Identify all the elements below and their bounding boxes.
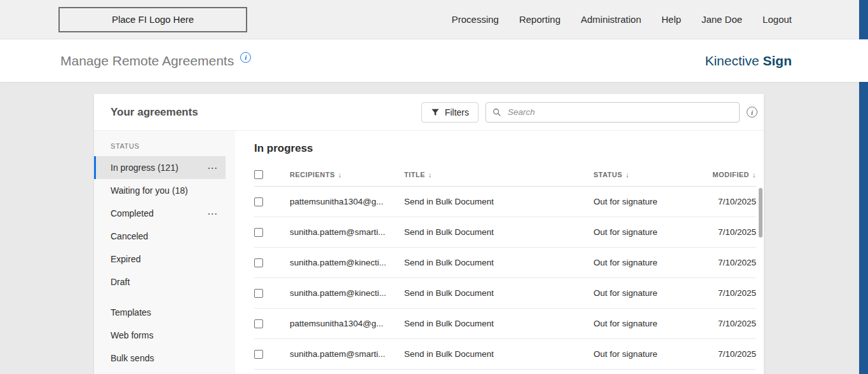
status-sidebar: STATUS In progress (121)···Waiting for y… xyxy=(94,131,235,374)
page-info-icon[interactable]: i xyxy=(240,52,251,63)
sidebar-item-label: Waiting for you (18) xyxy=(111,185,218,196)
card-header: Your agreements Filters xyxy=(94,94,764,130)
cell-recipient: sunitha.pattem@smarti... xyxy=(290,227,404,237)
sidebar-item-label: Canceled xyxy=(111,231,218,241)
card-title: Your agreements xyxy=(111,106,198,119)
sort-arrow-icon: ↓ xyxy=(625,171,629,178)
sidebar-status-list: In progress (121)···Waiting for you (18)… xyxy=(94,156,235,293)
sidebar-extra-list: TemplatesWeb formsBulk sends xyxy=(94,301,235,370)
agreements-card: Your agreements Filters xyxy=(94,94,764,374)
column-header-status[interactable]: STATUS↓ xyxy=(593,171,680,178)
sidebar-item[interactable]: Waiting for you (18) xyxy=(94,179,226,202)
row-checkbox[interactable] xyxy=(254,197,263,206)
top-bar: Place FI Logo Here ProcessingReportingAd… xyxy=(0,0,868,39)
row-checkbox-cell xyxy=(254,228,290,237)
sidebar-item[interactable]: Bulk sends xyxy=(94,347,226,370)
table-row[interactable]: sunitha.pattem@kinecti...Send in Bulk Do… xyxy=(254,278,756,309)
sort-arrow-icon: ↓ xyxy=(338,171,342,178)
sidebar-item[interactable]: Completed··· xyxy=(94,202,226,225)
sidebar-item[interactable]: In progress (121)··· xyxy=(94,156,226,179)
cell-status: Out for signature xyxy=(593,349,680,359)
cell-recipient: pattemsunitha1304@g... xyxy=(290,319,404,328)
page-header: Manage Remote Agreements i Kinective Sig… xyxy=(0,39,868,82)
nav-item-reporting[interactable]: Reporting xyxy=(519,14,560,25)
sidebar-item[interactable]: Templates xyxy=(94,301,226,324)
cell-modified: 7/10/2025 xyxy=(680,319,756,328)
sidebar-item-label: Expired xyxy=(111,254,218,264)
nav-item-processing[interactable]: Processing xyxy=(452,14,499,25)
filters-button[interactable]: Filters xyxy=(421,102,478,123)
filters-button-label: Filters xyxy=(445,107,469,117)
cell-status: Out for signature xyxy=(593,227,680,237)
table-heading: In progress xyxy=(254,142,756,155)
item-overflow-menu-icon[interactable]: ··· xyxy=(204,209,218,218)
cell-title: Send in Bulk Document xyxy=(404,197,593,206)
cell-recipient: sunitha.pattem@kinecti... xyxy=(290,258,404,267)
item-overflow-menu-icon[interactable]: ··· xyxy=(204,163,218,173)
select-all-checkbox[interactable] xyxy=(254,170,263,179)
column-header-label: TITLE xyxy=(404,171,425,178)
sidebar-item[interactable]: Expired xyxy=(94,248,226,270)
nav-item-logout[interactable]: Logout xyxy=(763,14,792,25)
search-input[interactable] xyxy=(506,107,733,117)
nav-item-jane-doe[interactable]: Jane Doe xyxy=(702,14,742,25)
row-checkbox[interactable] xyxy=(254,289,263,298)
brand-name-bold: Sign xyxy=(763,53,792,68)
sidebar-item[interactable]: Canceled xyxy=(94,225,226,248)
cell-title: Send in Bulk Document xyxy=(404,319,593,328)
cell-title: Send in Bulk Document xyxy=(404,227,593,237)
nav-item-administration[interactable]: Administration xyxy=(581,14,641,25)
cell-status: Out for signature xyxy=(593,319,680,328)
cell-recipient: pattemsunitha1304@g... xyxy=(290,197,404,206)
row-checkbox-cell xyxy=(254,289,290,298)
sort-arrow-icon: ↓ xyxy=(752,171,756,178)
sidebar-item-label: Bulk sends xyxy=(111,353,218,363)
sidebar-item-label: Completed xyxy=(111,208,204,218)
fi-logo-placeholder: Place FI Logo Here xyxy=(58,7,247,32)
search-icon xyxy=(492,108,501,117)
page-body: Your agreements Filters xyxy=(0,82,868,374)
row-checkbox[interactable] xyxy=(254,228,263,237)
column-header-recipients[interactable]: RECIPIENTS↓ xyxy=(290,171,404,178)
row-checkbox-cell xyxy=(254,319,290,328)
cell-modified: 7/10/2025 xyxy=(680,258,756,267)
cell-modified: 7/10/2025 xyxy=(680,288,756,298)
sidebar-item[interactable]: Web forms xyxy=(94,324,226,347)
top-navigation: ProcessingReportingAdministrationHelpJan… xyxy=(452,14,868,25)
page-title: Manage Remote Agreements xyxy=(60,53,234,69)
table-scrollbar-thumb[interactable] xyxy=(759,188,763,237)
column-header-modified[interactable]: MODIFIED↓ xyxy=(680,171,756,178)
table-row[interactable]: sunitha.pattem@smarti...Send in Bulk Doc… xyxy=(254,339,756,370)
brand-name-regular: Kinective xyxy=(705,53,759,68)
table-row[interactable]: pattemsunitha1304@g...Send in Bulk Docum… xyxy=(254,187,756,217)
column-header-title[interactable]: TITLE↓ xyxy=(404,171,593,178)
cell-modified: 7/10/2025 xyxy=(680,227,756,237)
cell-recipient: sunitha.pattem@kinecti... xyxy=(290,288,404,298)
row-checkbox-cell xyxy=(254,197,290,206)
sidebar-item[interactable]: Draft xyxy=(94,270,226,293)
brand-logo: Kinective Sign xyxy=(705,53,792,69)
agreements-table-area: In progress RECIPIENTS↓TITLE↓STATUS↓MODI… xyxy=(235,131,764,374)
card-content: STATUS In progress (121)···Waiting for y… xyxy=(94,130,764,374)
row-checkbox[interactable] xyxy=(254,319,263,328)
cell-status: Out for signature xyxy=(593,197,680,206)
fi-logo-text: Place FI Logo Here xyxy=(112,14,194,25)
table-body: pattemsunitha1304@g...Send in Bulk Docum… xyxy=(254,187,756,370)
sidebar-item-label: Web forms xyxy=(111,330,218,340)
table-row[interactable]: sunitha.pattem@kinecti...Send in Bulk Do… xyxy=(254,248,756,278)
filter-funnel-icon xyxy=(431,108,440,117)
column-header-label: STATUS xyxy=(593,171,622,178)
sidebar-section-label: STATUS xyxy=(94,140,235,156)
table-row[interactable]: sunitha.pattem@smarti...Send in Bulk Doc… xyxy=(254,217,756,248)
row-checkbox-cell xyxy=(254,350,290,359)
sidebar-item-label: Draft xyxy=(111,277,218,287)
table-info-icon[interactable]: i xyxy=(747,107,757,117)
table-row[interactable]: pattemsunitha1304@g...Send in Bulk Docum… xyxy=(254,309,756,339)
cell-title: Send in Bulk Document xyxy=(404,349,593,359)
search-box xyxy=(485,102,740,123)
nav-item-help[interactable]: Help xyxy=(661,14,681,25)
sidebar-item-label: In progress (121) xyxy=(111,163,204,173)
row-checkbox[interactable] xyxy=(254,350,263,359)
cell-modified: 7/10/2025 xyxy=(680,197,756,206)
row-checkbox[interactable] xyxy=(254,258,263,267)
